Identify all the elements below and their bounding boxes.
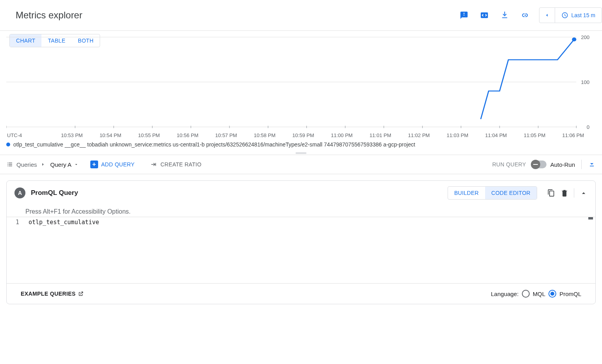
top-bar: Metrics explorer Last 15 m	[0, 0, 602, 31]
delete-query-button[interactable]	[561, 189, 568, 197]
time-range-selector: Last 15 m	[539, 7, 602, 23]
list-icon	[6, 161, 13, 168]
drag-handle[interactable]	[6, 152, 596, 155]
code-icon[interactable]	[475, 6, 494, 25]
builder-mode-button[interactable]: BUILDER	[448, 187, 485, 199]
x-tick: 10:54 PM	[100, 132, 122, 138]
query-badge: A	[14, 187, 25, 198]
chart: 200 100 0	[6, 33, 589, 131]
divider	[581, 160, 582, 169]
x-ticks: 10:53 PM 10:54 PM 10:55 PM 10:56 PM 10:5…	[30, 132, 596, 138]
time-range-label: Last 15 m	[572, 12, 595, 18]
query-panel: A PromQL Query BUILDER CODE EDITOR Press…	[6, 180, 596, 304]
auto-run-toggle[interactable]	[532, 161, 546, 168]
x-tick: 11:05 PM	[524, 132, 546, 138]
collapse-panel-button[interactable]	[580, 189, 588, 197]
feedback-icon[interactable]	[455, 6, 473, 25]
x-tick: 10:55 PM	[138, 132, 160, 138]
gutter: 1	[7, 217, 25, 283]
query-selector[interactable]: Query A	[50, 161, 79, 168]
accessibility-hint: Press Alt+F1 for Accessibility Options.	[7, 205, 595, 217]
chart-area: CHART TABLE BOTH	[0, 31, 602, 155]
code-editor[interactable]: 1 otlp_test_cumulative	[7, 217, 595, 283]
y-tick-200: 200	[581, 34, 589, 40]
collapse-all-button[interactable]	[588, 161, 596, 168]
svg-point-19	[572, 37, 576, 41]
queries-bar: Queries Query A + ADD QUERY CREATE RATIO…	[0, 155, 602, 174]
radio-icon	[522, 290, 530, 298]
cursor-indicator	[588, 217, 593, 219]
line-number: 1	[8, 219, 19, 226]
language-mql-radio[interactable]: MQL	[522, 290, 546, 298]
time-range-prev-button[interactable]	[539, 7, 555, 23]
open-in-new-icon	[78, 291, 84, 296]
query-panel-header: A PromQL Query BUILDER CODE EDITOR	[7, 181, 595, 205]
link-icon[interactable]	[516, 6, 534, 25]
x-tick: 10:53 PM	[61, 132, 83, 138]
editor-mode-toggle: BUILDER CODE EDITOR	[448, 186, 537, 200]
x-tick: 11:00 PM	[331, 132, 353, 138]
x-tick: 11:04 PM	[485, 132, 507, 138]
x-tick: 10:57 PM	[215, 132, 237, 138]
code-editor-mode-button[interactable]: CODE EDITOR	[485, 187, 537, 199]
x-axis: UTC-4 10:53 PM 10:54 PM 10:55 PM 10:56 P…	[6, 131, 596, 138]
timezone-label: UTC-4	[6, 132, 30, 138]
x-tick: 11:03 PM	[446, 132, 468, 138]
queries-label-text: Queries	[16, 161, 37, 168]
query-selector-label: Query A	[50, 161, 72, 168]
language-promql-radio[interactable]: PromQL	[548, 290, 581, 298]
x-tick: 10:56 PM	[177, 132, 199, 138]
create-ratio-label: CREATE RATIO	[160, 161, 201, 168]
create-ratio-button[interactable]: CREATE RATIO	[150, 161, 201, 168]
ratio-arrow-icon	[150, 161, 157, 168]
example-queries-label: EXAMPLE QUERIES	[21, 291, 76, 297]
top-actions: Last 15 m	[455, 6, 602, 25]
legend-color-dot	[6, 143, 10, 146]
chevron-right-icon	[40, 162, 46, 167]
code-line: otlp_test_cumulative	[25, 217, 595, 283]
auto-run-label: Auto-Run	[550, 161, 575, 168]
query-panel-footer: EXAMPLE QUERIES Language: MQL PromQL	[7, 283, 595, 304]
legend-text: otlp_test_cumulative __gce__ tobadiah un…	[13, 141, 415, 148]
radio-label: MQL	[533, 291, 546, 297]
x-tick: 11:02 PM	[408, 132, 430, 138]
time-range-button[interactable]: Last 15 m	[555, 12, 602, 19]
divider	[574, 188, 574, 198]
clock-icon	[561, 12, 568, 19]
add-query-button[interactable]: + ADD QUERY	[90, 161, 135, 168]
plus-icon: +	[90, 161, 98, 168]
queries-dropdown[interactable]: Queries	[6, 161, 46, 168]
x-tick: 11:06 PM	[562, 132, 584, 138]
page-title: Metrics explorer	[16, 10, 82, 21]
y-tick-100: 100	[581, 79, 589, 85]
example-queries-link[interactable]: EXAMPLE QUERIES	[21, 291, 84, 297]
x-tick: 10:59 PM	[292, 132, 314, 138]
add-query-label: ADD QUERY	[101, 161, 135, 168]
run-query-button[interactable]: RUN QUERY	[492, 161, 526, 168]
caret-down-icon	[74, 162, 79, 167]
radio-icon	[548, 290, 556, 298]
download-icon[interactable]	[495, 6, 514, 25]
copy-query-button[interactable]	[547, 189, 555, 197]
radio-label: PromQL	[559, 291, 581, 297]
chart-legend: otlp_test_cumulative __gce__ tobadiah un…	[6, 138, 596, 152]
y-tick-0: 0	[587, 124, 589, 130]
language-label: Language:	[491, 291, 519, 297]
svg-rect-20	[590, 166, 594, 166]
x-tick: 10:58 PM	[254, 132, 276, 138]
query-panel-title: PromQL Query	[31, 189, 78, 197]
x-tick: 11:01 PM	[369, 132, 391, 138]
chart-svg	[6, 33, 589, 131]
